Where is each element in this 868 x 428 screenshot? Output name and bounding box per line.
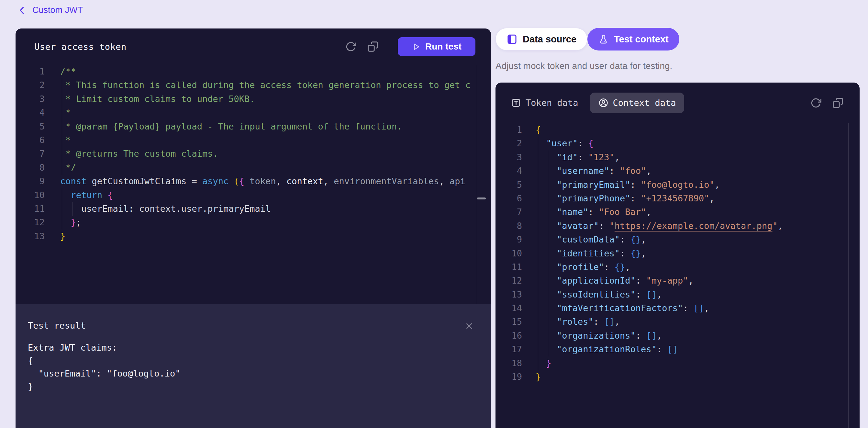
code-text: "username": "foo", (536, 164, 651, 178)
line-number: 6 (495, 192, 522, 205)
code-line: 6 * (16, 133, 491, 147)
line-number: 14 (495, 301, 522, 315)
indent-guide (72, 202, 73, 216)
flask-icon (598, 34, 609, 45)
line-number: 4 (495, 164, 522, 178)
line-number: 5 (495, 178, 522, 192)
chevron-left-icon (18, 5, 27, 15)
data-source-button[interactable]: Data source (495, 28, 587, 51)
line-number: 11 (16, 202, 45, 216)
line-number: 10 (16, 188, 45, 202)
code-line: 4 * (16, 106, 491, 119)
scrollbar-thumb[interactable] (477, 197, 486, 200)
code-text: /** (60, 65, 76, 78)
indent-guide (538, 136, 538, 370)
line-number: 12 (495, 274, 522, 287)
line-number: 1 (16, 65, 45, 78)
back-link[interactable]: Custom JWT (18, 5, 83, 15)
code-text: * This function is called during the acc… (60, 78, 471, 92)
line-number: 13 (16, 230, 45, 243)
code-line: 8 */ (16, 161, 491, 175)
scrollbar-track (477, 65, 477, 304)
user-access-token-editor[interactable]: 1/**2 * This function is called during t… (16, 65, 491, 304)
indent-guide (62, 78, 62, 175)
close-button[interactable] (464, 320, 475, 332)
code-line: 5 "primaryEmail": "foo@logto.io", (495, 178, 860, 192)
code-line: 5 * @param {Payload} payload - The input… (16, 120, 491, 133)
line-number: 12 (16, 216, 45, 229)
copy-button[interactable] (831, 95, 845, 111)
refresh-button[interactable] (808, 95, 823, 111)
code-text: */ (60, 161, 76, 175)
test-result-title: Test result (28, 320, 86, 331)
code-text: "user": { (536, 136, 594, 150)
run-test-button[interactable]: Run test (398, 37, 475, 56)
copy-icon (367, 41, 378, 52)
code-line: 3 * Limit custom claims to under 50KB. (16, 92, 491, 106)
tab-context-data[interactable]: Context data (590, 93, 684, 113)
code-text: "primaryPhone": "+1234567890", (536, 192, 715, 205)
data-source-label: Data source (523, 34, 577, 45)
code-text: return { (60, 188, 113, 202)
code-line: 12 }; (16, 216, 491, 229)
code-line: 13} (16, 230, 491, 243)
code-line: 8 "avatar": "https://example.com/avatar.… (495, 219, 860, 233)
code-line: 2 "user": { (495, 136, 860, 150)
test-context-button[interactable]: Test context (587, 28, 679, 51)
context-data-panel: Token data Context data 1{2 "user": {3 (495, 83, 860, 428)
code-line: 10 return { (16, 188, 491, 202)
context-data-editor[interactable]: 1{2 "user": {3 "id": "123",4 "username":… (495, 123, 860, 428)
run-test-label: Run test (425, 41, 462, 52)
refresh-icon (345, 41, 356, 52)
code-text: "identities": {}, (536, 247, 646, 260)
copy-button[interactable] (365, 39, 380, 54)
test-result-output: Extra JWT claims: { "userEmail": "foo@lo… (28, 341, 475, 393)
code-text: } (536, 370, 541, 384)
code-line: 3 "id": "123", (495, 151, 860, 164)
code-text: * Limit custom claims to under 50KB. (60, 92, 255, 106)
code-line: 11 userEmail: context.user.primaryEmail (16, 202, 491, 216)
code-line: 9const getCustomJwtClaims = async ({ tok… (16, 175, 491, 188)
code-line: 6 "primaryPhone": "+1234567890", (495, 192, 860, 205)
code-line: 9 "customData": {}, (495, 233, 860, 246)
code-text: } (60, 230, 65, 243)
code-text: "applicationId": "my-app", (536, 274, 693, 287)
code-line: 14 "mfaVerificationFactors": [], (495, 301, 860, 315)
tab-token-data[interactable]: Token data (511, 97, 578, 108)
line-number: 8 (16, 161, 45, 175)
code-line: 10 "identities": {}, (495, 247, 860, 260)
refresh-button[interactable] (343, 39, 358, 54)
code-text: "organizations": [], (536, 329, 662, 342)
code-line: 7 "name": "Foo Bar", (495, 205, 860, 219)
token-icon (511, 97, 521, 108)
book-icon (506, 34, 518, 45)
code-line: 13 "ssoIdentities": [], (495, 288, 860, 301)
line-number: 2 (16, 78, 45, 92)
line-number: 3 (16, 92, 45, 106)
code-text: userEmail: context.user.primaryEmail (60, 202, 271, 216)
code-line: 18 } (495, 357, 860, 370)
line-number: 3 (495, 151, 522, 164)
refresh-icon (810, 97, 822, 109)
line-number: 9 (16, 175, 45, 188)
code-line: 2 * This function is called during the a… (16, 78, 491, 92)
user-circle-icon (598, 97, 609, 108)
code-line: 11 "profile": {}, (495, 260, 860, 274)
line-number: 7 (16, 147, 45, 160)
line-number: 11 (495, 260, 522, 274)
code-text: "organizationRoles": [] (536, 342, 678, 356)
code-line: 17 "organizationRoles": [] (495, 342, 860, 356)
code-line: 1{ (495, 123, 860, 136)
code-text: "avatar": "https://example.com/avatar.pn… (536, 219, 783, 233)
close-icon (464, 321, 475, 331)
code-text: }; (60, 216, 81, 229)
line-number: 7 (495, 205, 522, 219)
scrollbar-track (848, 123, 848, 428)
line-number: 1 (495, 123, 522, 136)
code-text: "profile": {}, (536, 260, 630, 274)
test-result-panel: Test result Extra JWT claims: { "userEma… (16, 304, 491, 428)
line-number: 5 (16, 120, 45, 133)
line-number: 9 (495, 233, 522, 246)
line-number: 18 (495, 357, 522, 370)
code-text: "id": "123", (536, 151, 620, 164)
